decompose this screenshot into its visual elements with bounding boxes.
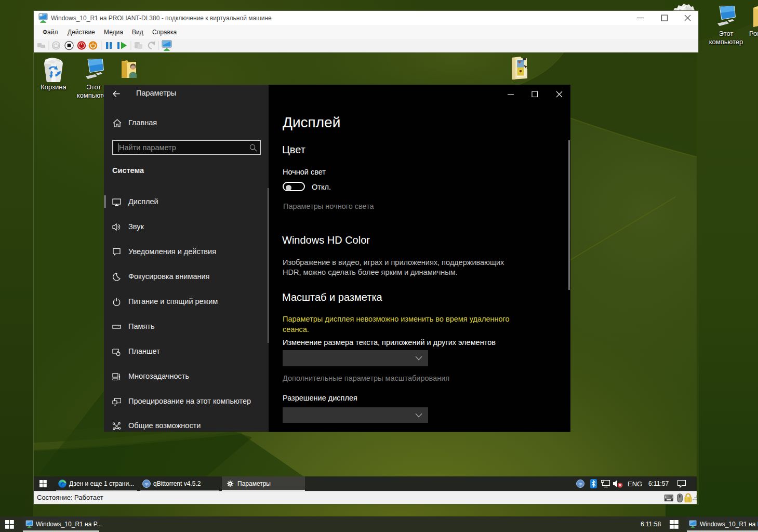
svg-text:qb: qb [144, 482, 149, 486]
svg-text:qb: qb [578, 482, 582, 486]
